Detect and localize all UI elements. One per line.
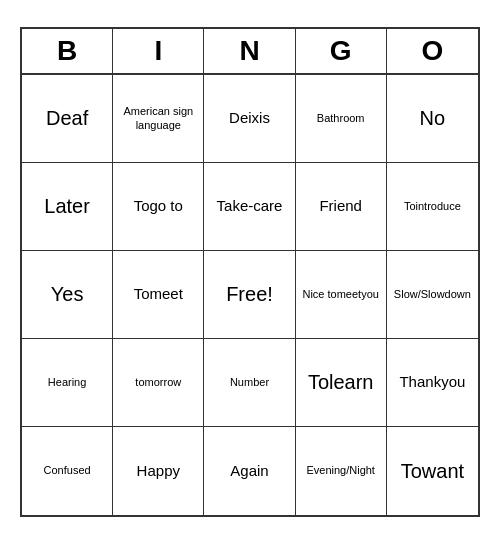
bingo-cell: Deaf — [22, 75, 113, 163]
header-letter: O — [387, 29, 478, 73]
bingo-cell: Free! — [204, 251, 295, 339]
bingo-cell: tomorrow — [113, 339, 204, 427]
header-letter: I — [113, 29, 204, 73]
bingo-cell: Number — [204, 339, 295, 427]
bingo-cell: Bathroom — [296, 75, 387, 163]
bingo-cell: Togo to — [113, 163, 204, 251]
bingo-cell: Later — [22, 163, 113, 251]
bingo-cell: Slow/Slowdown — [387, 251, 478, 339]
bingo-cell: Take-care — [204, 163, 295, 251]
bingo-cell: Tointroduce — [387, 163, 478, 251]
bingo-cell: Evening/Night — [296, 427, 387, 515]
bingo-cell: Tolearn — [296, 339, 387, 427]
bingo-cell: Again — [204, 427, 295, 515]
bingo-cell: Thankyou — [387, 339, 478, 427]
header-letter: B — [22, 29, 113, 73]
bingo-cell: American sign language — [113, 75, 204, 163]
bingo-cell: Tomeet — [113, 251, 204, 339]
bingo-header: BINGO — [22, 29, 478, 75]
bingo-cell: Confused — [22, 427, 113, 515]
header-letter: G — [296, 29, 387, 73]
header-letter: N — [204, 29, 295, 73]
bingo-cell: Yes — [22, 251, 113, 339]
bingo-cell: Hearing — [22, 339, 113, 427]
bingo-cell: Deixis — [204, 75, 295, 163]
bingo-cell: No — [387, 75, 478, 163]
bingo-cell: Happy — [113, 427, 204, 515]
bingo-cell: Nice tomeetyou — [296, 251, 387, 339]
bingo-card: BINGO DeafAmerican sign languageDeixisBa… — [20, 27, 480, 517]
bingo-cell: Towant — [387, 427, 478, 515]
bingo-cell: Friend — [296, 163, 387, 251]
bingo-grid: DeafAmerican sign languageDeixisBathroom… — [22, 75, 478, 515]
